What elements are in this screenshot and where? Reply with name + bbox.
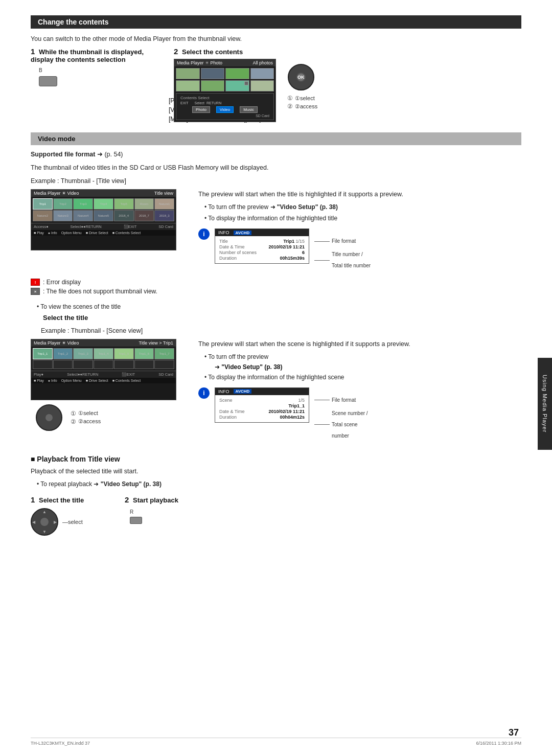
step1-label: 1 While the thumbnail is displayed, disp… <box>31 47 164 63</box>
step1-col: 1 While the thumbnail is displayed, disp… <box>31 47 164 122</box>
bottom-select: Select●●RETURN <box>71 224 102 229</box>
change-contents-steps: 1 While the thumbnail is displayed, disp… <box>31 47 521 122</box>
screen-menu-bar: ■ Play ● Info Option Menu ■ Drive Select… <box>31 230 176 236</box>
scene-view-screen: Media Player ☀ Video Title view > Trip1 … <box>31 339 176 400</box>
bottom-exit: ⬛EXIT <box>124 224 137 229</box>
page-container: Change the contents You can switch to th… <box>0 0 552 756</box>
page-number: 37 <box>509 727 519 738</box>
title-view-screen: Media Player ☀ Video Title view Trip1 Tr… <box>31 189 176 250</box>
select-arrow-label: —select <box>62 519 83 525</box>
b-button[interactable] <box>39 76 57 86</box>
select-title-heading: Select the title <box>43 314 521 322</box>
select-btn[interactable]: Select <box>195 101 204 105</box>
repeat-bullet: To repeat playback ➜ "Video Setup" (p. 3… <box>37 479 521 489</box>
error-icons: ! : Error display × : The file does not … <box>31 279 521 295</box>
info2-icon: i <box>198 387 210 399</box>
r-label: R <box>130 509 178 515</box>
bullet3-arrow: ➜ "Video Setup" (p. 38) <box>215 363 521 371</box>
bullet2: To display the information of the highli… <box>204 214 521 223</box>
supported-file-para: Supported file format ➜ (p. 54) <box>31 149 521 159</box>
example-label: Example : Thumbnail - [Title view] <box>31 176 521 186</box>
video-mode-header: Video mode <box>31 132 521 145</box>
playback-header: ■ Playback from Title view <box>31 455 521 463</box>
title-view-example: Media Player ☀ Video Title view Trip1 Tr… <box>31 189 521 273</box>
music-btn[interactable]: Music <box>240 106 258 113</box>
ok-button[interactable]: OK <box>288 64 314 90</box>
video-mode-section: Video mode Supported file format ➜ (p. 5… <box>31 132 521 536</box>
screen-top-right: All photos <box>252 60 273 65</box>
r-button[interactable] <box>130 517 142 524</box>
bottom-sdcard: SD Card <box>158 224 173 229</box>
playback-step2: 2 Start playback R <box>125 495 178 524</box>
contents-buttons-row: Photo Video Music <box>180 106 269 113</box>
return-btn[interactable]: RETURN <box>206 101 221 105</box>
info-icon: i <box>198 228 210 240</box>
video-btn[interactable]: Video <box>216 106 234 113</box>
b-label: B <box>39 67 164 73</box>
to-view-scenes: To view the scenes of the title <box>37 302 521 312</box>
playback-description: Playback of the selected title will star… <box>31 466 521 476</box>
annotations: File format Title number / Total title n… <box>314 228 371 273</box>
photo-btn[interactable]: Photo <box>192 106 210 113</box>
step2-col: 2 Select the contents Media Player ☀ Pho… <box>174 47 521 122</box>
playback-dpad[interactable]: ▲ ▼ ◀ ▶ <box>31 508 58 536</box>
exit-btn[interactable]: EXIT <box>180 101 189 105</box>
scene-view-example: Media Player ☀ Video Title view > Trip1 … <box>31 339 521 444</box>
example2-label: Example : Thumbnail - [Scene view] <box>41 326 521 336</box>
bullet3: To turn off the preview <box>204 352 521 362</box>
contents-select-label: Contents Select <box>180 96 269 100</box>
title-view-left: Media Player ☀ Video Title view Trip1 Tr… <box>31 189 184 250</box>
info2-box-group: i INFO AVCHD Scene 1/5 <box>198 387 521 444</box>
playback-step1: 1 Select the title ▲ ▼ ◀ ▶ <box>31 495 84 536</box>
video-description: The thumbnail of video titles in the SD … <box>31 163 521 173</box>
bottom-access: Access● <box>34 224 49 229</box>
change-contents-header: Change the contents <box>31 15 521 29</box>
scene-view-right: The preview will start when the scene is… <box>194 339 521 444</box>
annotations2: File format Scene number / Total scene n… <box>314 387 368 444</box>
footer-right: 6/16/2011 1:30:16 PM <box>476 741 521 746</box>
title-view-right: The preview will start when the title is… <box>194 189 521 273</box>
no-thumb-icon: × <box>31 288 40 295</box>
bullet1: To turn off the preview ➜ "Video Setup" … <box>204 202 521 212</box>
page-footer: TH-L32C3KMTX_EN.indd 37 6/16/2011 1:30:1… <box>31 738 521 746</box>
footer-left: TH-L32C3KMTX_EN.indd 37 <box>31 741 90 746</box>
preview2-text: The preview will start when the scene is… <box>198 339 521 349</box>
sd-card-label: SD Card <box>180 114 269 118</box>
info-box-group: i INFO AVCHD Title Trip1 1/15 <box>198 228 521 273</box>
change-contents-section: Change the contents You can switch to th… <box>31 15 521 123</box>
step2-label: 2 Select the contents <box>174 47 521 56</box>
screen-top-left: Media Player ☀ Photo <box>177 60 222 65</box>
preview-text: The preview will start when the title is… <box>198 189 521 199</box>
change-contents-intro: You can switch to the other mode of Medi… <box>31 34 521 44</box>
playback-steps: 1 Select the title ▲ ▼ ◀ ▶ <box>31 495 521 536</box>
scene-view-left: Media Player ☀ Video Title view > Trip1 … <box>31 339 184 431</box>
bullet4: To display the information of the highli… <box>204 373 521 382</box>
ok-select-group: OK ①①select ②②access <box>284 61 317 111</box>
scene-dpad[interactable] <box>36 404 62 431</box>
info2-box: INFO AVCHD Scene 1/5 Trip1_1 <box>215 387 309 423</box>
info-box: INFO AVCHD Title Trip1 1/15 Date & Time <box>215 228 309 264</box>
scene-select-group: ①①select ②②access <box>36 404 184 431</box>
sidebar-label: Using Media Player <box>538 358 552 450</box>
playback-section: ■ Playback from Title view Playback of t… <box>31 455 521 536</box>
photo-screen-mockup: Media Player ☀ Photo All photos <box>174 59 276 122</box>
error-icon: ! <box>31 279 40 286</box>
contents-select-overlay: Contents Select EXIT Select RETURN Photo… <box>176 93 274 120</box>
